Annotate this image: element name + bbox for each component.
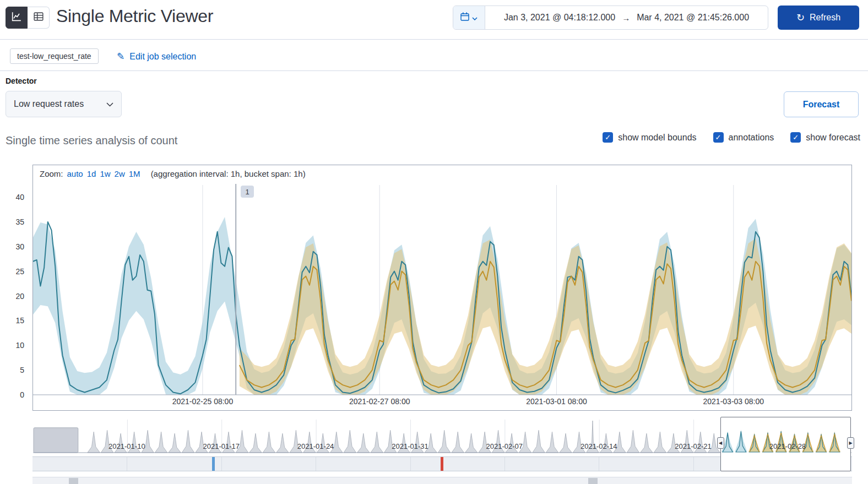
- table-icon: [34, 12, 44, 24]
- refresh-icon: ↻: [796, 13, 805, 23]
- page-title: Single Metric Viewer: [56, 6, 213, 26]
- y-axis-label: 10: [2, 341, 24, 350]
- line-chart-icon: [12, 12, 21, 24]
- nav-spike: [169, 433, 181, 453]
- track-separator: [316, 457, 316, 471]
- chart-view-button[interactable]: [6, 7, 28, 29]
- nav-axis-label: 2021-02-21: [669, 442, 718, 450]
- zoom-link-auto[interactable]: auto: [67, 169, 83, 178]
- nav-spike: [560, 433, 572, 453]
- y-axis-label: 25: [2, 267, 24, 276]
- nav-axis-label: 2021-01-10: [102, 442, 151, 450]
- job-badge: test-low_request_rate: [10, 48, 99, 64]
- y-axis-label: 30: [2, 242, 24, 251]
- context-navigator[interactable]: ◀ ▶ 2021-01-102021-01-172021-01-242021-0…: [32, 417, 852, 456]
- x-axis: 2021-02-25 08:002021-02-27 08:002021-03-…: [33, 165, 851, 410]
- divider: [0, 70, 868, 71]
- forecast-button[interactable]: Forecast: [784, 91, 859, 117]
- annotation-marker[interactable]: [441, 457, 443, 471]
- calendar-icon: [460, 12, 469, 23]
- annotations-checkbox[interactable]: ✓ annotations: [713, 132, 774, 143]
- nav-spike: [627, 430, 639, 453]
- x-axis-label: 2021-02-27 08:00: [344, 397, 415, 406]
- track-separator: [504, 457, 505, 471]
- annotation-marker[interactable]: [212, 457, 215, 471]
- y-axis-label: 15: [2, 316, 24, 325]
- zoom-link-1M[interactable]: 1M: [129, 169, 140, 178]
- date-quick-select-button[interactable]: [453, 6, 485, 29]
- y-axis-label: 35: [2, 217, 24, 226]
- refresh-label: Refresh: [810, 13, 840, 23]
- nav-spike: [371, 432, 383, 453]
- checkbox-checked-icon: ✓: [603, 132, 613, 143]
- date-range: Jan 3, 2021 @ 04:18:12.000 → Mar 4, 2021…: [485, 13, 768, 23]
- annotation-badge[interactable]: 1: [241, 186, 254, 198]
- zoom-bar: Zoom: auto 1d 1w 2w 1M (aggregation inte…: [40, 169, 306, 178]
- checkbox-checked-icon: ✓: [790, 132, 801, 143]
- nav-spike: [155, 432, 167, 453]
- swimlane-track[interactable]: [32, 477, 852, 484]
- chevron-down-icon: [472, 13, 478, 23]
- show-forecast-checkbox[interactable]: ✓ show forecast: [790, 132, 860, 143]
- time-series-chart[interactable]: Zoom: auto 1d 1w 2w 1M (aggregation inte…: [32, 165, 852, 411]
- track-separator: [127, 457, 127, 471]
- y-axis: 0510152025303540: [0, 165, 28, 402]
- edit-job-selection-label: Edit job selection: [129, 52, 196, 62]
- caret-right-icon: ▶: [849, 441, 852, 445]
- show-model-bounds-checkbox[interactable]: ✓ show model bounds: [603, 132, 696, 143]
- nav-spike: [654, 432, 666, 453]
- nav-spike: [357, 433, 370, 453]
- detector-label: Detector: [6, 77, 37, 85]
- refresh-button[interactable]: ↻ Refresh: [778, 6, 859, 30]
- zoom-link-1d[interactable]: 1d: [87, 169, 96, 178]
- nav-axis-label: 2021-02-07: [480, 442, 529, 450]
- nav-initial-block: [34, 428, 78, 453]
- nav-axis-label: 2021-02-28: [763, 442, 812, 450]
- date-range-picker: Jan 3, 2021 @ 04:18:12.000 → Mar 4, 2021…: [453, 6, 768, 30]
- nav-spike: [344, 430, 356, 453]
- aggregation-info: (aggregation interval: 1h, bucket span: …: [151, 169, 306, 178]
- nav-axis-label: 2021-02-14: [574, 442, 623, 450]
- x-axis-label: 2021-02-25 08:00: [167, 397, 238, 406]
- zoom-link-2w[interactable]: 2w: [115, 169, 125, 178]
- checkbox-label: annotations: [729, 133, 774, 143]
- swimlane-cell[interactable]: [588, 478, 598, 484]
- arrow-right-icon: →: [622, 13, 630, 23]
- table-view-button[interactable]: [28, 7, 50, 29]
- edit-job-selection-link[interactable]: ✎ Edit job selection: [117, 51, 196, 62]
- nav-spike: [465, 433, 478, 453]
- y-axis-label: 0: [2, 390, 24, 399]
- track-separator: [221, 457, 222, 471]
- date-start[interactable]: Jan 3, 2021 @ 04:18:12.000: [504, 13, 615, 23]
- nav-axis-label: 2021-01-24: [291, 442, 340, 450]
- nav-axis-label: 2021-01-17: [197, 442, 246, 450]
- detector-selected-value: Low request rates: [14, 99, 84, 109]
- nav-spike: [182, 430, 194, 453]
- nav-axis-label: 2021-01-31: [385, 442, 435, 450]
- swimlane-cell[interactable]: [69, 478, 78, 484]
- chevron-down-icon: [106, 99, 113, 109]
- checkbox-label: show forecast: [806, 133, 860, 143]
- x-axis-label: 2021-03-01 08:00: [521, 397, 593, 406]
- detector-select[interactable]: Low request rates: [6, 91, 122, 117]
- date-end[interactable]: Mar 4, 2021 @ 21:45:26.000: [637, 13, 749, 23]
- nav-spike: [438, 430, 451, 453]
- caret-left-icon: ◀: [719, 441, 722, 445]
- y-axis-label: 40: [2, 193, 24, 202]
- nav-spike: [88, 432, 100, 453]
- x-axis-label: 2021-03-03 08:00: [698, 397, 769, 406]
- track-separator: [599, 457, 599, 471]
- brush-right-handle[interactable]: ▶: [847, 437, 854, 449]
- checkbox-checked-icon: ✓: [713, 132, 724, 143]
- chart-options: ✓ show model bounds ✓ annotations ✓ show…: [603, 132, 860, 143]
- analysis-heading: Single time series analysis of count: [6, 134, 177, 147]
- y-axis-label: 5: [2, 366, 24, 374]
- zoom-label: Zoom:: [40, 169, 63, 178]
- nav-spike: [276, 433, 289, 453]
- checkbox-label: show model bounds: [618, 133, 696, 143]
- view-switcher: [6, 7, 50, 29]
- nav-spike: [546, 432, 558, 453]
- nav-spike: [263, 432, 275, 453]
- track-separator: [693, 457, 694, 471]
- zoom-link-1w[interactable]: 1w: [100, 169, 110, 178]
